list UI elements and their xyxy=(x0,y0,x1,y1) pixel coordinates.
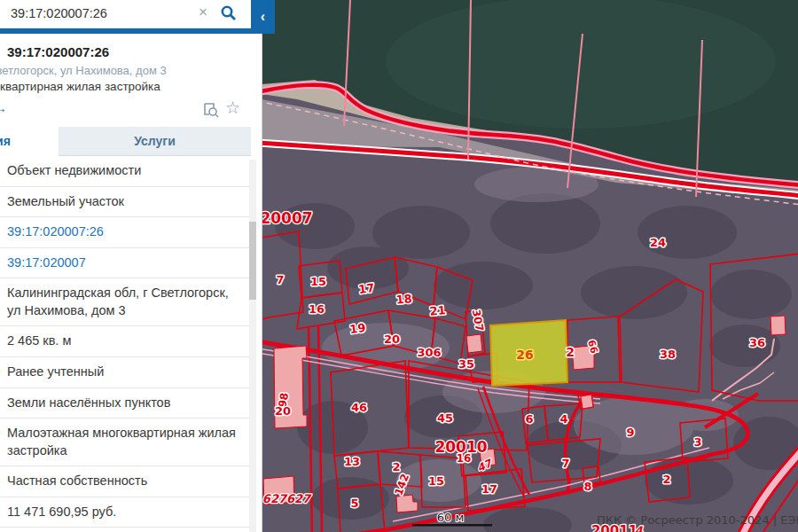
scrollbar-thumb[interactable] xyxy=(249,222,256,300)
collapse-panel-button[interactable]: ‹ xyxy=(251,0,275,34)
map-label-17: 17 xyxy=(481,482,497,496)
scale-label: 60 м xyxy=(437,511,464,524)
map-label-2: 2 xyxy=(566,345,575,359)
map-label-16: 16 xyxy=(309,302,325,316)
search-underline xyxy=(0,28,251,34)
map-label-20: 20 xyxy=(384,332,400,346)
scrollbar-track[interactable] xyxy=(249,160,256,532)
map-label-24: 24 xyxy=(650,236,666,249)
info-row-link[interactable]: 39:17:020007 xyxy=(0,248,249,279)
object-category: Малоэтажная многоквартирная жилая застро… xyxy=(0,80,251,93)
object-title: 39:17:020007:26 xyxy=(7,44,251,59)
header-icons: → ☆ xyxy=(0,98,251,124)
map-label-7: 7 xyxy=(561,457,569,470)
map-label-15: 15 xyxy=(310,275,326,288)
map-label-19: 19 xyxy=(348,321,366,336)
info-row: Частная собственность xyxy=(0,466,249,497)
info-row: Малоэтажная многоквартирная жилая застро… xyxy=(0,419,249,466)
info-row: 2 465 кв. м xyxy=(0,326,249,357)
search-icon[interactable] xyxy=(220,4,238,22)
map-label-26: 26 xyxy=(516,348,533,362)
map-label-7: 7 xyxy=(276,273,284,286)
map-label-17: 17 xyxy=(357,281,375,296)
map-label-16: 16 xyxy=(457,452,472,465)
map-label-8: 8 xyxy=(583,480,591,493)
map-attribution: ПКК © Росреестр 2010-2024 | ЕЭКО © Росре… xyxy=(597,513,798,527)
info-row: Калининградская обл, г Светлогорск, ул Н… xyxy=(0,278,249,326)
map-label-38: 38 xyxy=(660,348,676,361)
info-row: 11 471 690,95 руб. xyxy=(0,497,249,528)
map-label-6: 6 xyxy=(525,412,533,426)
map-label-3: 3 xyxy=(693,435,701,449)
map-label-15: 15 xyxy=(428,474,444,488)
map-label-45: 45 xyxy=(437,411,453,425)
info-row: Ранее учтенный xyxy=(0,357,249,388)
search-input[interactable]: 39:17:020007:26 xyxy=(11,6,107,20)
map-label-20: 20 xyxy=(275,404,291,418)
search-bar[interactable]: 39:17:020007:26 × xyxy=(0,0,251,28)
object-address-short: Светлогорск, ул Нахимова, дом 3 xyxy=(0,64,251,77)
tab-bar: Информация Услуги xyxy=(0,127,262,156)
info-row: Объект недвижимости xyxy=(0,156,249,187)
document-search-icon[interactable] xyxy=(202,101,220,119)
map-label-4: 4 xyxy=(559,412,567,426)
favorite-star-icon[interactable]: ☆ xyxy=(225,98,240,118)
info-row: Земли населённых пунктов xyxy=(0,388,249,419)
map-canvas[interactable]: 2000771516171821192030630735262663836244… xyxy=(262,0,798,532)
tab-services[interactable]: Услуги xyxy=(59,127,251,156)
map-label-9: 9 xyxy=(626,426,634,439)
tab-information[interactable]: Информация xyxy=(0,127,59,156)
map-label-2: 2 xyxy=(392,460,400,473)
map-label-46: 46 xyxy=(351,401,367,414)
info-panel: 39:17:020007:26 × 39:17:020007:26 Светло… xyxy=(0,0,262,532)
info-row-link[interactable]: 39:17:020007:26 xyxy=(0,217,249,248)
cadastral-map-app: 2000771516171821192030630735262663836244… xyxy=(0,0,798,532)
map-label-20007: 20007 xyxy=(262,209,313,227)
map-label-306: 306 xyxy=(417,346,441,359)
map-label-627627: 627627 xyxy=(262,492,312,505)
clear-search-icon[interactable]: × xyxy=(199,4,207,21)
info-row: Земельный участок xyxy=(0,187,249,218)
share-arrow-icon[interactable]: → xyxy=(0,100,7,115)
map-label-35: 35 xyxy=(458,357,474,371)
map-label-36: 36 xyxy=(749,336,765,349)
map-label-5: 5 xyxy=(350,497,358,510)
map-label-13: 13 xyxy=(344,455,360,468)
map-label-21: 21 xyxy=(429,303,446,318)
object-attributes-list: Объект недвижимостиЗемельный участок39:1… xyxy=(0,156,249,528)
map-label-18: 18 xyxy=(395,292,412,307)
sea-shallow xyxy=(386,0,776,129)
map-label-2: 2 xyxy=(662,473,670,486)
